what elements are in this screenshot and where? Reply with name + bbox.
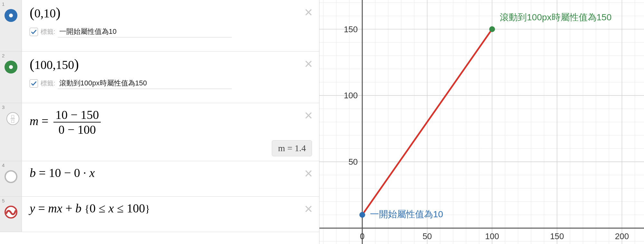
expression-row-2[interactable]: 2×(100,150)標籤:: [0, 52, 319, 103]
y-tick-label: 150: [344, 24, 358, 34]
expression-math[interactable]: b = 10 − 0 · x: [30, 166, 311, 180]
row-marker[interactable]: □□: [6, 112, 19, 125]
delete-row-button[interactable]: ×: [304, 57, 313, 71]
x-tick-label: 200: [615, 231, 629, 241]
expression-math[interactable]: m = 10 − 1500 − 100: [30, 108, 311, 137]
label-hint: 標籤:: [41, 79, 55, 88]
row-marker[interactable]: [5, 61, 17, 73]
expression-row-1[interactable]: 1×(0,10)標籤:: [0, 0, 319, 52]
label-input[interactable]: [58, 26, 232, 37]
row-marker[interactable]: [5, 206, 17, 219]
delete-row-button[interactable]: ×: [304, 5, 313, 19]
expression-row-4[interactable]: 4×b = 10 − 0 · x: [0, 161, 319, 197]
row-index: 3: [2, 104, 5, 110]
result-chip: m = 1.4: [272, 140, 312, 156]
y-tick-label: 50: [348, 157, 358, 167]
plot-point-label-1: 滾動到100px時屬性值為150: [500, 12, 611, 22]
label-hint: 標籤:: [41, 27, 55, 36]
x-tick-label: 0: [360, 231, 365, 241]
x-tick-label: 50: [422, 231, 432, 241]
row-marker[interactable]: [5, 170, 17, 183]
delete-row-button[interactable]: ×: [304, 108, 313, 122]
row-index: 5: [2, 198, 5, 203]
delete-row-button[interactable]: ×: [304, 166, 313, 181]
row-index: 1: [2, 1, 5, 7]
x-tick-label: 150: [550, 231, 564, 241]
label-checkbox[interactable]: [30, 28, 38, 36]
row-marker[interactable]: [5, 9, 17, 22]
plot-point-1[interactable]: [489, 26, 495, 32]
delete-row-button[interactable]: ×: [304, 202, 313, 216]
expression-math[interactable]: (0,10): [30, 5, 311, 21]
row-index: 4: [2, 162, 5, 168]
x-tick-label: 100: [485, 231, 499, 241]
expression-math[interactable]: (100,150): [30, 56, 311, 73]
label-input[interactable]: [58, 78, 232, 89]
expression-row-3[interactable]: 3□□×m = 10 − 1500 − 100m = 1.4: [0, 103, 319, 161]
plot-point-label-0: 一開始屬性值為10: [370, 209, 443, 219]
label-checkbox[interactable]: [30, 79, 38, 88]
expression-row-5[interactable]: 5×y = mx + b {0 ≤ x ≤ 100}: [0, 197, 319, 232]
graph-canvas[interactable]: 05010015020050100150一開始屬性值為10滾動到100px時屬性…: [319, 0, 644, 244]
expression-math[interactable]: y = mx + b {0 ≤ x ≤ 100}: [30, 201, 311, 215]
y-tick-label: 100: [344, 91, 358, 100]
plot-point-0[interactable]: [359, 212, 365, 218]
row-index: 2: [2, 53, 5, 58]
